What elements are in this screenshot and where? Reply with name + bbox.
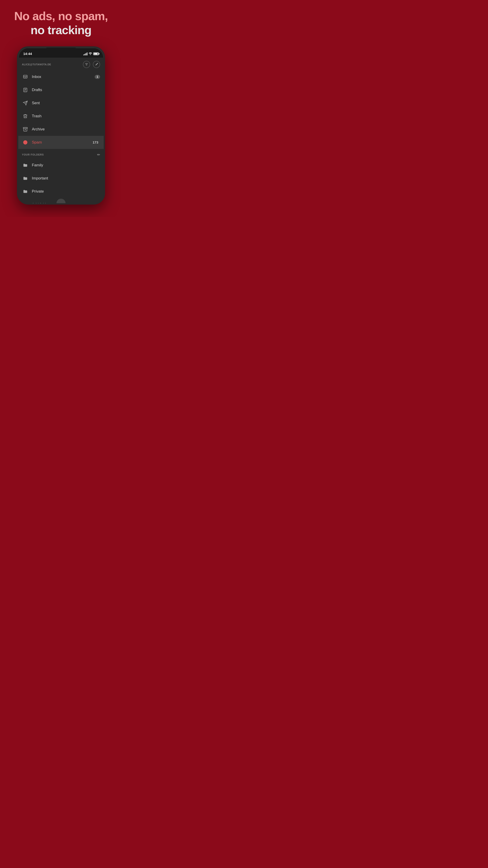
sidebar-item-spam[interactable]: Spam 173 xyxy=(18,136,104,149)
battery-icon xyxy=(93,53,99,55)
sent-icon xyxy=(22,100,29,106)
wifi-icon xyxy=(89,52,92,56)
status-time: 14:44 xyxy=(23,52,32,56)
trash-label: Trash xyxy=(32,114,100,119)
sidebar-item-private[interactable]: Private xyxy=(18,185,104,198)
inbox-icon xyxy=(22,73,29,80)
spam-icon xyxy=(22,139,29,146)
add-folder-plus-icon: + xyxy=(22,201,29,203)
trash-icon xyxy=(22,113,29,120)
svg-rect-0 xyxy=(85,63,88,64)
status-icons xyxy=(84,52,99,56)
important-folder-icon xyxy=(22,175,29,182)
sidebar-item-archive[interactable]: Archive xyxy=(18,123,104,136)
phone-frame: 14:44 ALICE@TUTANOTA.DE xyxy=(17,46,105,205)
sidebar-item-inbox[interactable]: Inbox 1 xyxy=(18,70,104,84)
folders-section-title: YOUR FOLDERS xyxy=(22,153,44,156)
sidebar-item-important[interactable]: Important xyxy=(18,172,104,185)
filter-button[interactable] xyxy=(83,61,90,68)
sidebar-item-drafts[interactable]: Drafts xyxy=(18,84,104,96)
phone-notch xyxy=(46,48,76,54)
headline: No ads, no spam, no tracking xyxy=(7,0,115,44)
archive-label: Archive xyxy=(32,127,100,131)
top-bar: ALICE@TUTANOTA.DE xyxy=(18,58,104,70)
svg-rect-11 xyxy=(23,127,27,129)
sent-label: Sent xyxy=(32,101,100,105)
sidebar-item-family[interactable]: Family xyxy=(18,159,104,172)
add-folder-label: Add folder xyxy=(32,202,50,203)
svg-rect-2 xyxy=(86,65,87,66)
app-content: ALICE@TUTANOTA.DE xyxy=(18,58,104,203)
folders-section-header: YOUR FOLDERS ✏ xyxy=(18,149,104,159)
svg-point-14 xyxy=(25,143,26,144)
account-email: ALICE@TUTANOTA.DE xyxy=(22,63,51,66)
important-label: Important xyxy=(32,176,100,181)
sidebar-item-sent[interactable]: Sent xyxy=(18,96,104,110)
headline-text: No ads, no spam, no tracking xyxy=(14,9,108,37)
signal-bars-icon xyxy=(84,52,88,55)
spam-badge: 173 xyxy=(91,140,100,145)
drafts-icon xyxy=(22,87,29,93)
sidebar-item-trash[interactable]: Trash xyxy=(18,110,104,123)
family-label: Family xyxy=(32,163,100,167)
headline-line1: No ads, no spam, xyxy=(14,9,108,23)
drafts-label: Drafts xyxy=(32,88,100,92)
folders-edit-button[interactable]: ✏ xyxy=(97,153,100,157)
top-actions xyxy=(83,61,100,68)
spam-label: Spam xyxy=(32,140,88,145)
private-folder-icon xyxy=(22,188,29,195)
compose-button[interactable] xyxy=(93,61,100,68)
svg-rect-1 xyxy=(86,64,88,65)
inbox-badge: 1 xyxy=(95,75,100,79)
private-label: Private xyxy=(32,189,100,194)
family-folder-icon xyxy=(22,162,29,168)
inbox-label: Inbox xyxy=(32,74,92,79)
archive-icon xyxy=(22,126,29,133)
headline-line2: no tracking xyxy=(31,24,91,37)
